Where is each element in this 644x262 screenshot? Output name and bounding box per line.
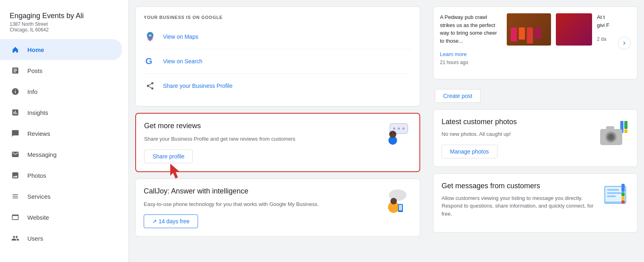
users-icon [10, 233, 21, 244]
business-info: Engaging Events by Ali 1387 North Street… [0, 6, 128, 39]
svg-point-23 [609, 135, 613, 139]
reviews-illustration [379, 122, 411, 154]
share-profile-button[interactable]: Share profile [144, 150, 193, 163]
svg-text:G: G [145, 56, 152, 66]
learn-more-link[interactable]: Learn more [440, 51, 502, 57]
svg-rect-16 [399, 205, 402, 210]
svg-point-9 [389, 131, 396, 138]
view-on-search-label: View on Search [163, 58, 202, 64]
reviews-icon [10, 128, 21, 139]
svg-point-6 [398, 127, 400, 129]
svg-point-11 [394, 133, 395, 135]
sidebar-item-home[interactable]: Home [0, 39, 122, 60]
news-text-1: A Pedway pub crawl strikes us as the per… [440, 13, 502, 45]
latest-photos-title: Latest customer photos [442, 118, 517, 126]
news-item-1: A Pedway pub crawl strikes us as the per… [440, 13, 502, 73]
share-business-profile-label: Share your Business Profile [163, 83, 233, 89]
sidebar-item-posts[interactable]: Posts [0, 60, 122, 81]
posts-label: Posts [27, 67, 43, 74]
business-name: Engaging Events by Ali [10, 11, 119, 21]
svg-rect-18 [624, 121, 627, 129]
messages-content: Get messages from customers Allow custom… [442, 182, 596, 225]
svg-rect-28 [607, 192, 622, 194]
svg-point-5 [393, 127, 395, 129]
sidebar-item-photos[interactable]: Photos [0, 165, 122, 186]
svg-rect-0 [149, 33, 152, 35]
svg-rect-24 [606, 126, 614, 130]
messages-description: Allow customers viewing your listing to … [442, 194, 596, 218]
latest-photos-card: Latest customer photos No new photos. Al… [433, 109, 638, 167]
view-on-maps-item[interactable]: View on Maps [144, 25, 412, 49]
info-icon [10, 86, 21, 97]
right-panel: A Pedway pub crawl strikes us as the per… [427, 0, 644, 262]
photos-content: Latest customer photos No new photos. Al… [442, 118, 517, 158]
get-reviews-description: Share your Business Profile and get new … [144, 135, 373, 143]
calljoy-button-icon: ↗ [152, 218, 159, 225]
messaging-label: Messaging [27, 151, 57, 158]
create-post-button[interactable]: Create post [435, 89, 481, 103]
create-post-area: Create post [433, 86, 638, 103]
messages-title: Get messages from customers [442, 182, 596, 190]
calljoy-trial-button[interactable]: ↗ 14 days free [144, 214, 198, 228]
photos-status: No new photos. All caught up! [442, 130, 517, 138]
sidebar-item-info[interactable]: Info [0, 81, 122, 102]
reviews-label: Reviews [27, 130, 50, 137]
svg-marker-3 [170, 164, 180, 179]
news-timestamp-1: 21 hours ago [440, 59, 502, 66]
share-icon [144, 79, 157, 92]
business-on-google-title: YOUR BUSINESS IS ON GOOGLE [144, 15, 412, 20]
home-icon [10, 44, 21, 55]
news-thumbnail-2 [556, 13, 592, 46]
calljoy-title: CallJoy: Answer with intelligence [144, 187, 373, 195]
calljoy-description: Easy-to-use phone technology for you tha… [144, 200, 373, 208]
share-profile-item[interactable]: Share your Business Profile [144, 74, 412, 98]
users-label: Users [27, 235, 43, 242]
sidebar-item-users[interactable]: Users [0, 228, 122, 249]
svg-point-7 [402, 127, 405, 129]
insights-icon [10, 107, 21, 118]
camera-illustration [597, 118, 629, 150]
website-label: Website [27, 214, 49, 221]
svg-rect-32 [621, 197, 625, 200]
sidebar-item-services[interactable]: Services [0, 186, 122, 207]
cursor-arrow [168, 162, 188, 182]
svg-rect-31 [621, 192, 625, 196]
calljoy-illustration [380, 187, 412, 219]
center-panel: YOUR BUSINESS IS ON GOOGLE [129, 0, 427, 262]
svg-point-14 [390, 198, 397, 204]
news-thumbnail-1 [507, 13, 551, 46]
business-on-google-card: YOUR BUSINESS IS ON GOOGLE [135, 6, 420, 106]
view-on-maps-label: View on Maps [163, 33, 198, 40]
messages-illustration [601, 182, 629, 208]
messages-card: Get messages from customers Allow custom… [433, 173, 638, 233]
photos-icon [10, 170, 21, 181]
news-card: A Pedway pub crawl strikes us as the per… [433, 6, 638, 79]
news-item-2-partial: At t givi F 2 da [597, 13, 613, 49]
info-label: Info [27, 88, 37, 95]
sidebar-item-reviews[interactable]: Reviews [0, 123, 122, 144]
sidebar: Engaging Events by Ali 1387 North Street… [0, 0, 129, 262]
home-label: Home [27, 46, 44, 53]
messaging-icon [10, 149, 21, 160]
view-on-search-item[interactable]: G View on Search [144, 49, 412, 74]
svg-rect-1 [150, 35, 151, 36]
main-content: YOUR BUSINESS IS ON GOOGLE [129, 0, 644, 262]
news-next-button[interactable] [618, 37, 631, 50]
svg-rect-29 [607, 195, 616, 197]
calljoy-card: CallJoy: Answer with intelligence Easy-t… [135, 179, 420, 237]
svg-rect-30 [621, 184, 625, 192]
svg-rect-33 [621, 200, 625, 204]
services-label: Services [27, 193, 51, 200]
sidebar-navigation: Home Posts Info Insights [0, 39, 128, 249]
get-reviews-title: Get more reviews [144, 122, 373, 130]
services-icon [10, 191, 21, 202]
photos-label: Photos [27, 172, 46, 179]
google-search-icon: G [144, 55, 157, 68]
sidebar-item-insights[interactable]: Insights [0, 102, 122, 123]
website-icon [10, 212, 21, 223]
get-reviews-card: Get more reviews Share your Business Pro… [135, 113, 420, 172]
sidebar-item-website[interactable]: Website [0, 207, 122, 228]
manage-photos-button[interactable]: Manage photos [442, 145, 497, 158]
svg-rect-27 [607, 189, 619, 191]
sidebar-item-messaging[interactable]: Messaging [0, 144, 122, 165]
